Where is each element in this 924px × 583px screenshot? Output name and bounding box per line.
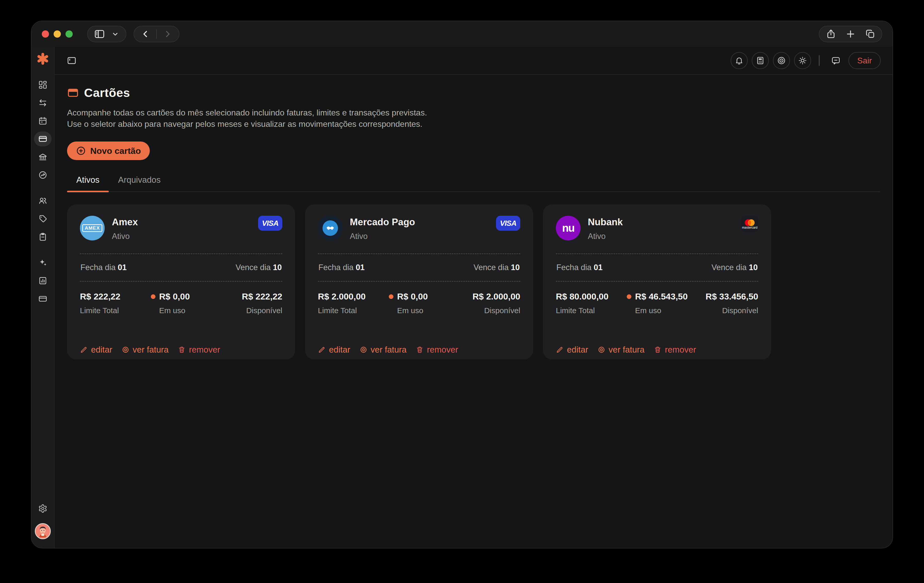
target-icon <box>597 346 606 354</box>
card-header: AMEX Amex Ativo VISA <box>80 216 282 241</box>
page-title: Cartões <box>84 86 130 100</box>
card-stats: R$ 2.000,00 Limite Total R$ 0,00 Em uso … <box>318 282 520 315</box>
cards-title-icon <box>67 87 79 99</box>
available-label: Disponível <box>722 306 758 315</box>
card-name: Nubank <box>588 217 623 227</box>
sidebar-item-reports[interactable] <box>34 273 51 288</box>
collapse-sidebar-icon[interactable] <box>66 55 77 66</box>
sidebar-item-settings[interactable] <box>34 501 51 516</box>
page-description: Acompanhe todas os cartões do mês seleci… <box>67 107 436 130</box>
users-icon <box>38 196 48 206</box>
card-stats: R$ 80.000,00 Limite Total R$ 46.543,50 E… <box>556 282 758 315</box>
card-actions: editar ver fatura remover <box>80 345 282 355</box>
header-actions: Sair <box>731 52 881 69</box>
view-invoice-link[interactable]: ver fatura <box>360 345 407 355</box>
mastercard-label: mastercard <box>742 226 757 229</box>
remove-card-link[interactable]: remover <box>178 345 220 355</box>
due-day: Vence dia 10 <box>711 263 758 272</box>
card-status: Ativo <box>350 232 415 241</box>
calculator-button[interactable] <box>752 52 769 69</box>
gear-icon <box>38 504 48 513</box>
sparkles-icon <box>38 258 48 267</box>
sidebar-item-cards[interactable] <box>34 132 51 147</box>
sidebar-item-accounts[interactable] <box>34 150 51 165</box>
card-name: Mercado Pago <box>350 217 415 227</box>
close-day: Fecha dia 01 <box>318 263 365 272</box>
tab-ativos[interactable]: Ativos <box>67 175 109 191</box>
tag-icon <box>38 214 48 224</box>
close-day: Fecha dia 01 <box>556 263 602 272</box>
target-icon <box>360 346 367 354</box>
sidebar-item-members[interactable] <box>34 193 51 208</box>
sidebar-item-transactions[interactable] <box>34 96 51 110</box>
trash-icon <box>416 346 424 354</box>
sidebar-item-wallet[interactable] <box>34 291 51 306</box>
header-divider <box>819 55 820 66</box>
limit-value: R$ 222,22 <box>80 292 151 301</box>
sidebar-toggle-group[interactable] <box>87 26 126 42</box>
used-dot <box>151 294 155 299</box>
window-body: Sair Cartões Acompanhe todas os cartões … <box>31 47 893 548</box>
share-icon[interactable] <box>825 29 837 40</box>
stat-available: R$ 2.000,00 Disponível <box>455 292 520 315</box>
remove-card-link[interactable]: remover <box>416 345 458 355</box>
app-header: Sair <box>54 47 893 75</box>
sidebar-item-ai[interactable] <box>34 255 51 270</box>
back-button[interactable] <box>140 29 150 39</box>
card-name: Amex <box>112 217 138 227</box>
view-invoice-link[interactable]: ver fatura <box>122 345 168 355</box>
nubank-avatar: nu <box>556 216 581 240</box>
limit-value: R$ 2.000,00 <box>318 292 389 301</box>
available-value: R$ 222,22 <box>242 292 282 301</box>
plus-circle-icon <box>76 146 86 156</box>
new-tab-icon[interactable] <box>845 29 856 40</box>
limit-label: Limite Total <box>80 306 151 315</box>
bell-icon <box>734 56 744 65</box>
panel-left-icon <box>94 28 105 40</box>
tab-overview-icon[interactable] <box>865 29 876 40</box>
card-dates: Fecha dia 01 Vence dia 10 <box>80 254 282 281</box>
tab-arquivados[interactable]: Arquivados <box>109 175 170 191</box>
edit-card-link[interactable]: editar <box>80 345 112 355</box>
zoom-window-button[interactable] <box>66 30 73 38</box>
theme-button[interactable] <box>794 52 811 69</box>
mastercard-badge: mastercard <box>741 216 758 232</box>
network-badge: VISA <box>258 216 282 231</box>
limit-label: Limite Total <box>556 306 627 315</box>
logout-button[interactable]: Sair <box>848 52 881 69</box>
sidebar-item-dashboard[interactable] <box>34 77 51 92</box>
user-avatar[interactable] <box>35 523 51 539</box>
cards-grid: AMEX Amex Ativo VISA <box>67 204 880 359</box>
credit-card-amex: AMEX Amex Ativo VISA <box>67 204 295 359</box>
sun-icon <box>798 56 807 65</box>
traffic-lights <box>42 30 73 38</box>
card-title-block: Mercado Pago Ativo <box>350 216 415 241</box>
notifications-button[interactable] <box>731 52 747 69</box>
edit-card-link[interactable]: editar <box>556 345 588 355</box>
sidebar-item-performance[interactable] <box>34 168 51 183</box>
view-invoice-link[interactable]: ver fatura <box>597 345 645 355</box>
edit-card-link[interactable]: editar <box>318 345 350 355</box>
used-value: R$ 46.543,50 <box>627 292 693 301</box>
remove-card-link[interactable]: remover <box>654 345 696 355</box>
limit-label: Limite Total <box>318 306 389 315</box>
nav-divider <box>156 29 157 39</box>
chat-icon <box>831 56 841 66</box>
feedback-button[interactable] <box>827 52 844 69</box>
calculator-icon <box>756 56 765 65</box>
available-label: Disponível <box>246 306 282 315</box>
available-value: R$ 2.000,00 <box>473 292 520 301</box>
close-window-button[interactable] <box>42 30 49 38</box>
minimize-window-button[interactable] <box>54 30 61 38</box>
sidebar-item-calendar[interactable] <box>34 114 51 128</box>
new-card-button[interactable]: Novo cartão <box>67 142 150 160</box>
sidebar-item-categories[interactable] <box>34 211 51 226</box>
forward-button[interactable] <box>162 29 173 39</box>
amex-logo-text: AMEX <box>82 224 102 232</box>
privacy-eye-button[interactable] <box>773 52 790 69</box>
app-logo <box>35 51 51 67</box>
bank-icon <box>38 152 48 161</box>
mercado-pago-avatar <box>318 216 343 240</box>
sidebar-item-planner[interactable] <box>34 229 51 244</box>
record-eye-icon <box>777 56 786 65</box>
